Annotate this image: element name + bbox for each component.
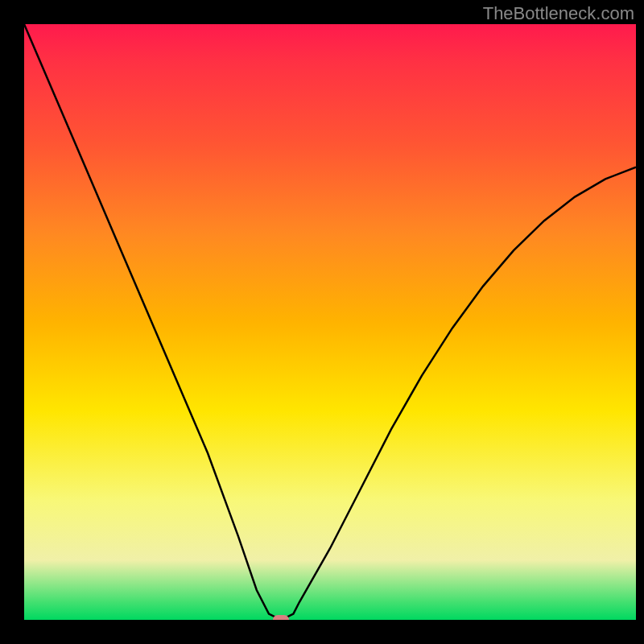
plot-area — [24, 24, 636, 620]
minimum-marker — [273, 615, 289, 620]
bottleneck-curve — [24, 24, 636, 620]
curve-layer — [24, 24, 636, 620]
watermark-text: TheBottleneck.com — [483, 3, 634, 24]
